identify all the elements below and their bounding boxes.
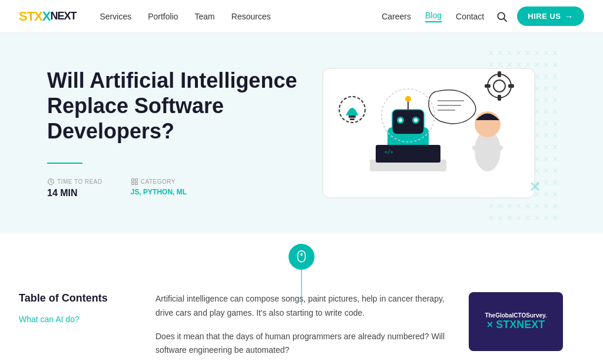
svg-rect-50	[298, 251, 306, 262]
article-para-2: Does it mean that the days of human prog…	[155, 330, 450, 358]
svg-text:</>: </>	[385, 150, 393, 155]
hero-illustration-container: </>	[302, 57, 556, 210]
nav-team[interactable]: Team	[195, 12, 215, 21]
nav-careers[interactable]: Careers	[382, 12, 411, 21]
logo[interactable]: STXXNEXT	[19, 9, 77, 24]
scroll-section	[0, 233, 603, 280]
svg-point-27	[399, 118, 402, 122]
meta-time-label: TIME TO READ	[47, 178, 102, 186]
article-thumbnail[interactable]: TheGlobalCTOSurvey. × STXNEXT	[469, 292, 563, 351]
svg-point-28	[414, 118, 418, 122]
hero-section: × × × × × × × × × × × × × × × × × × × × …	[0, 33, 603, 233]
article-para-1: Artificial intelligence can compose song…	[155, 292, 450, 320]
svg-rect-21	[135, 183, 137, 185]
hero-illustration: </>	[305, 57, 552, 210]
nav-blog[interactable]: Blog	[425, 11, 442, 22]
category-icon	[131, 178, 138, 186]
hero-meta: TIME TO READ 14 MIN CATEGORY JS, PYTHON,…	[47, 178, 302, 198]
logo-next: NEXT	[50, 10, 76, 22]
svg-rect-40	[485, 84, 491, 88]
nav-right-links: Careers Blog Contact	[382, 11, 484, 22]
toc-link-ai[interactable]: What can AI do?	[19, 315, 79, 324]
svg-rect-41	[508, 84, 514, 88]
scroll-line	[302, 270, 302, 305]
navbar: STXXNEXT Services Portfolio Team Resourc…	[0, 0, 603, 33]
nav-services[interactable]: Services	[100, 12, 132, 21]
nav-right-group: Careers Blog Contact HIRE US →	[382, 6, 584, 26]
toc-title: Table of Contents	[19, 292, 137, 305]
hero-content: Will Artificial Intelligence Replace Sof…	[47, 68, 302, 199]
thumb-survey-text: TheGlobalCTOSurvey.	[485, 312, 546, 319]
thumbnail-inner: TheGlobalCTOSurvey. × STXNEXT	[479, 306, 552, 337]
mouse-icon	[296, 250, 307, 263]
svg-rect-24	[392, 110, 424, 134]
hire-us-button[interactable]: HIRE US →	[517, 6, 584, 26]
nav-resources[interactable]: Resources	[231, 12, 271, 21]
svg-rect-20	[131, 183, 134, 185]
meta-category: CATEGORY JS, PYTHON, ML	[131, 178, 187, 198]
scroll-circle[interactable]	[289, 244, 314, 270]
logo-stx: STX	[19, 9, 42, 24]
svg-text:✕: ✕	[529, 179, 541, 195]
svg-point-30	[405, 96, 411, 102]
svg-rect-18	[131, 179, 134, 181]
hero-divider	[47, 163, 82, 164]
svg-rect-19	[135, 179, 137, 181]
search-icon[interactable]	[496, 11, 508, 22]
clock-icon	[47, 178, 55, 186]
hire-us-arrow: →	[565, 11, 574, 21]
nav-portfolio[interactable]: Portfolio	[148, 12, 178, 21]
thumb-brand-logo: × STXNEXT	[487, 319, 545, 331]
svg-text:× × × × × × × ×: × × × × × × × ×	[488, 212, 558, 224]
hire-us-label: HIRE US	[528, 12, 561, 21]
logo-x: X	[42, 9, 51, 24]
svg-rect-43	[349, 115, 356, 118]
nav-left-links: Services Portfolio Team Resources	[100, 12, 271, 21]
meta-time-value: 14 MIN	[47, 188, 102, 198]
svg-rect-44	[350, 118, 354, 120]
meta-category-label: CATEGORY	[131, 178, 187, 186]
svg-rect-38	[498, 71, 501, 77]
svg-line-1	[504, 18, 507, 21]
toc-panel: Table of Contents What can AI do?	[19, 292, 137, 364]
svg-rect-39	[498, 95, 501, 101]
svg-rect-51	[300, 253, 302, 256]
meta-time: TIME TO READ 14 MIN	[47, 178, 102, 198]
article-text: Artificial intelligence can compose song…	[155, 292, 450, 364]
nav-contact[interactable]: Contact	[456, 12, 484, 21]
hero-title: Will Artificial Intelligence Replace Sof…	[47, 68, 302, 144]
meta-category-value: JS, PYTHON, ML	[131, 188, 187, 196]
